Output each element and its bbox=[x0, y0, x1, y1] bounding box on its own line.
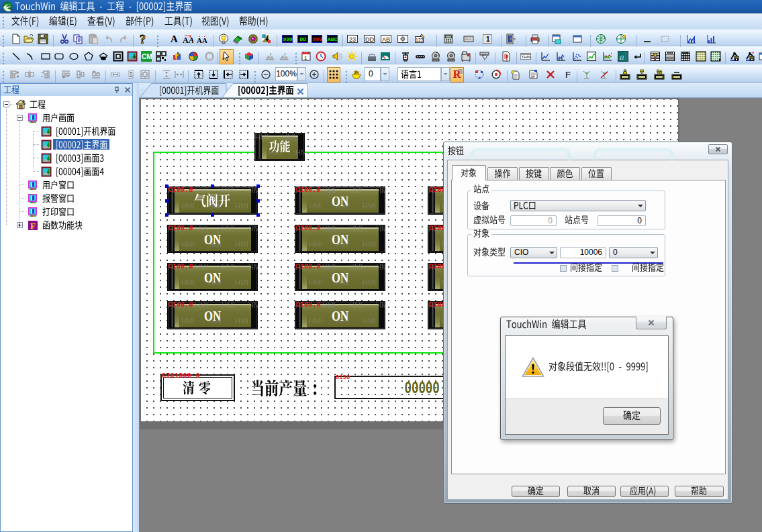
svg-text:a: a bbox=[620, 52, 624, 62]
svg-text:F: F bbox=[30, 221, 36, 231]
svg-text:ABC: ABC bbox=[328, 36, 338, 42]
svg-text:123: 123 bbox=[416, 38, 424, 42]
svg-text:999: 999 bbox=[313, 36, 323, 42]
svg-text:AB: AB bbox=[382, 36, 390, 43]
svg-text:CM: CM bbox=[142, 53, 152, 60]
svg-text:999: 999 bbox=[283, 36, 293, 42]
svg-text:23: 23 bbox=[349, 36, 356, 43]
svg-text:1: 1 bbox=[304, 55, 307, 61]
svg-text:AA: AA bbox=[183, 36, 193, 44]
svg-text:1: 1 bbox=[486, 36, 490, 43]
svg-text:U: U bbox=[483, 53, 485, 57]
svg-text:AA: AA bbox=[197, 36, 207, 44]
svg-text:THIN: THIN bbox=[522, 55, 531, 59]
svg-text:DD: DD bbox=[365, 36, 374, 43]
svg-text:DD: DD bbox=[300, 36, 307, 42]
svg-text:?: ? bbox=[140, 34, 146, 44]
svg-text:F: F bbox=[565, 70, 571, 80]
svg-text:A: A bbox=[171, 34, 178, 44]
